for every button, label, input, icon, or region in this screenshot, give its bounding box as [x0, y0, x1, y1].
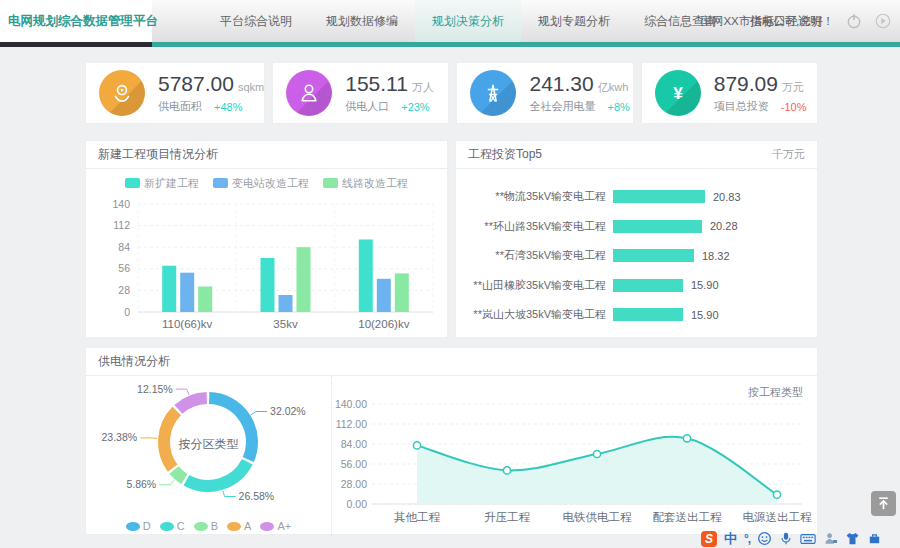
line-point	[773, 491, 780, 498]
top5-project-label: **岚山大坡35kV输变电工程	[456, 307, 606, 322]
kpi-unit: 亿kwh	[598, 80, 629, 95]
panel-title-text: 新建工程项目情况分析	[98, 141, 218, 168]
power-supply-panel: 供电情况分析 32.02%26.58%5.86%23.38%12.15% 按分区…	[85, 347, 818, 535]
area-line-chart: 0.0028.0056.0084.00112.00140.00其他工程升压工程电…	[332, 396, 818, 536]
top5-row: **物流35kV输变电工程 20.83	[456, 182, 817, 212]
top5-value: 15.90	[691, 279, 719, 291]
donut-legend-item: C	[160, 520, 185, 532]
ime-toolbar: S 中 °,	[701, 529, 882, 548]
skin-picker-icon[interactable]	[845, 531, 860, 547]
bar	[359, 240, 373, 313]
arrow-up-to-top-icon	[875, 495, 892, 512]
top5-value: 20.28	[710, 220, 738, 232]
donut-percent-label: 5.86%	[126, 478, 156, 490]
sogou-logo-icon[interactable]: S	[701, 531, 717, 547]
kpi-label: 项目总投资	[714, 99, 769, 114]
top5-project-label: **山田橡胶35kV输变电工程	[456, 278, 606, 293]
kpi-label: 供电人口	[345, 99, 389, 114]
map-pin-icon	[99, 70, 145, 116]
power-supply-content: 32.02%26.58%5.86%23.38%12.15% 按分区类型 DCBA…	[86, 376, 817, 536]
emoji-picker-icon[interactable]	[757, 531, 772, 547]
bar	[279, 295, 293, 312]
header-accent-bar	[0, 42, 900, 47]
punctuation-mode-icon[interactable]: °,	[744, 531, 750, 547]
panel-title-text: 工程投资Top5	[468, 141, 542, 168]
svg-text:电源送出工程: 电源送出工程	[743, 511, 813, 523]
kpi-card: 241.30亿kwh 全社会用电量+8%	[456, 62, 633, 124]
legend-swatch-icon	[260, 522, 274, 531]
voice-input-icon[interactable]	[779, 531, 793, 547]
nav-tab-3[interactable]: 规划专题分析	[521, 0, 627, 42]
svg-text:28.00: 28.00	[341, 478, 367, 490]
soft-keyboard-icon[interactable]	[800, 531, 816, 547]
kpi-card: 155.11万人 供电人口+23%	[272, 62, 449, 124]
bar	[261, 258, 275, 312]
play-circle-icon[interactable]	[874, 12, 892, 30]
nav-tab-1[interactable]: 规划数据修编	[309, 0, 415, 42]
top5-project-label: **石湾35kV输变电工程	[456, 248, 606, 263]
legend-label: 变电站改造工程	[232, 176, 309, 191]
svg-text:84: 84	[118, 241, 130, 253]
legend-item: 线路改造工程	[323, 176, 408, 191]
legend-label: A+	[277, 520, 291, 532]
line-chart-area: 按工程类型 0.0028.0056.0084.00112.00140.00其他工…	[332, 376, 817, 536]
svg-text:35kv: 35kv	[273, 318, 298, 330]
top5-list: **物流35kV输变电工程 20.83 **环山路35kV输变电工程 20.28…	[456, 169, 817, 330]
svg-text:110(66)kv: 110(66)kv	[162, 318, 213, 330]
kpi-body: 241.30亿kwh 全社会用电量+8%	[529, 72, 629, 114]
user-greeting: 国网XX市供电公司,您好！	[700, 14, 834, 29]
bar	[395, 273, 409, 312]
handwriting-input-icon[interactable]	[823, 531, 838, 547]
bar	[180, 273, 194, 312]
donut-center-label: 按分区类型	[86, 436, 331, 453]
yuan-icon: ¥	[655, 70, 701, 116]
bar-chart-legend: 新扩建工程变电站改造工程线路改造工程	[86, 174, 447, 192]
legend-label: A	[244, 520, 251, 532]
bar	[162, 266, 176, 312]
top5-row: **石湾35kV输变电工程 18.32	[456, 241, 817, 271]
toolbox-icon[interactable]	[867, 531, 882, 547]
kpi-value: 879.09	[714, 72, 778, 96]
line-point	[683, 435, 690, 442]
donut-slice	[174, 470, 184, 479]
legend-item: 新扩建工程	[125, 176, 199, 191]
kpi-unit: sqkm	[238, 81, 264, 93]
donut-legend-item: D	[126, 520, 151, 532]
svg-text:配套送出工程: 配套送出工程	[653, 511, 723, 523]
chinese-mode-icon[interactable]: 中	[724, 531, 737, 547]
donut-leader-line	[251, 412, 267, 415]
back-to-top-button[interactable]	[871, 491, 896, 516]
svg-text:其他工程: 其他工程	[394, 511, 441, 523]
investment-top5-title: 工程投资Top5 千万元	[456, 141, 817, 169]
bar	[377, 279, 391, 312]
kpi-delta: -10%	[781, 101, 807, 113]
header-accent-dark-segment	[0, 42, 152, 47]
nav-tab-2[interactable]: 规划决策分析	[415, 0, 521, 42]
grouped-bar-chart: 0285684112140110(66)kv35kv10(206)kv	[86, 192, 447, 338]
top5-bar	[613, 279, 683, 292]
donut-chart-area: 32.02%26.58%5.86%23.38%12.15% 按分区类型 DCBA…	[86, 376, 332, 536]
legend-swatch-icon	[160, 522, 174, 531]
top5-value: 18.32	[702, 250, 730, 262]
svg-text:140.00: 140.00	[335, 398, 367, 410]
legend-swatch-icon	[323, 178, 338, 188]
donut-legend: DCBAA+	[86, 520, 331, 532]
legend-swatch-icon	[194, 522, 208, 531]
nav-tab-0[interactable]: 平台综合说明	[203, 0, 309, 42]
legend-label: B	[211, 520, 218, 532]
unit-label: 千万元	[772, 141, 805, 168]
legend-swatch-icon	[126, 522, 140, 531]
svg-text:0: 0	[124, 306, 130, 318]
donut-percent-label: 12.15%	[137, 383, 173, 395]
svg-text:112.00: 112.00	[336, 418, 367, 430]
kpi-value: 241.30	[529, 72, 593, 96]
legend-swatch-icon	[227, 522, 241, 531]
line-point	[593, 450, 600, 457]
panel-title-text: 供电情况分析	[98, 348, 170, 375]
top5-row: **环山路35kV输变电工程 20.28	[456, 212, 817, 242]
kpi-card: ¥ 879.09万元 项目总投资-10%	[641, 62, 818, 124]
bar	[297, 247, 311, 312]
kpi-body: 5787.00sqkm 供电面积+48%	[158, 72, 264, 114]
power-icon[interactable]	[845, 12, 863, 30]
top5-value: 20.83	[713, 191, 741, 203]
